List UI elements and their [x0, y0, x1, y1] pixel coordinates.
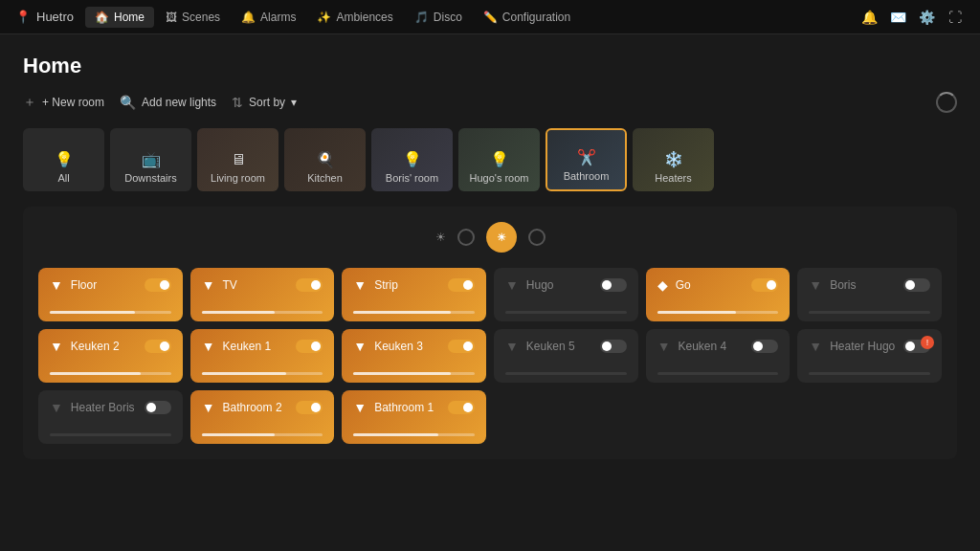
light-card-top: ▼Floor [50, 277, 171, 293]
nav-label: Disco [434, 11, 462, 24]
light-name: Floor [71, 278, 97, 292]
plus-icon: ＋ [23, 94, 36, 111]
brightness-low-icon: ☀ [435, 231, 446, 244]
light-card-top: ▼Keuken 2 [50, 339, 171, 354]
nav-item-disco[interactable]: 🎵Disco [405, 7, 472, 28]
refresh-button[interactable] [936, 92, 957, 113]
room-tab-label: Bathroom [564, 170, 610, 182]
light-card-keuken-5[interactable]: ▼Keuken 5 [494, 329, 638, 383]
brightness-fill [50, 311, 135, 314]
add-lights-button[interactable]: 🔍 Add new lights [120, 95, 216, 110]
light-bulb-icon: ▼ [505, 339, 519, 354]
room-tab-bathroom[interactable]: ✂️Bathroom [546, 128, 627, 191]
light-card-keuken-3[interactable]: ▼Keuken 3 [342, 329, 486, 383]
light-card-top: ▼Keuken 5 [505, 339, 627, 354]
light-bulb-icon: ◆ [657, 277, 668, 293]
nav-item-configuration[interactable]: ✏️Configuration [474, 7, 580, 28]
settings-icon[interactable]: ⚙️ [917, 8, 936, 27]
light-toggle[interactable] [448, 401, 475, 414]
light-toggle[interactable] [600, 340, 627, 353]
brand-label: Huetro [36, 10, 74, 24]
topbar-right: 🔔 ✉️ ⚙️ ⛶ [859, 8, 965, 27]
brightness-fill [657, 311, 736, 314]
topbar-left: 📍 Huetro 🏠Home🖼Scenes🔔Alarms✨Ambiences🎵D… [15, 7, 580, 28]
mail-icon[interactable]: ✉️ [888, 8, 907, 27]
notification-badge: ! [921, 336, 934, 349]
light-name: Go [676, 278, 691, 292]
brightness-bar [657, 372, 779, 375]
room-tab-icon: 🍳 [316, 150, 335, 168]
light-bulb-icon: ▼ [809, 277, 822, 293]
light-card-keuken-4[interactable]: ▼Keuken 4 [646, 329, 791, 383]
light-toggle[interactable] [903, 278, 930, 292]
brightness-on-button[interactable]: ☀ [486, 222, 517, 253]
toolbar-right [936, 92, 957, 113]
brightness-dim-button[interactable] [528, 229, 546, 246]
light-card-top: ▼Heater Hugo! [809, 339, 930, 354]
chevron-down-icon: ▾ [291, 96, 297, 109]
light-card-heater-boris[interactable]: ▼Heater Boris [38, 390, 183, 444]
light-bulb-icon: ▼ [505, 277, 519, 293]
light-bulb-icon: ▼ [353, 400, 367, 415]
light-name: Strip [374, 278, 398, 292]
light-card-keuken-2[interactable]: ▼Keuken 2 [38, 329, 183, 383]
light-toggle[interactable] [145, 340, 171, 353]
light-name: Keuken 1 [223, 340, 272, 353]
light-name: Bathroom 2 [223, 401, 282, 414]
room-tab-downstairs[interactable]: 📺Downstairs [110, 128, 191, 191]
light-bulb-icon: ▼ [353, 339, 367, 354]
toolbar: ＋ + New room 🔍 Add new lights ⇅ Sort by … [23, 92, 957, 113]
light-toggle[interactable] [145, 278, 171, 292]
light-toggle[interactable] [296, 401, 323, 414]
page-title: Home [23, 54, 957, 78]
brightness-off-button[interactable] [457, 229, 475, 246]
light-card-keuken-1[interactable]: ▼Keuken 1 [190, 329, 335, 383]
light-toggle[interactable] [296, 340, 323, 353]
light-toggle[interactable] [296, 278, 323, 292]
sort-button[interactable]: ⇅ Sort by ▾ [232, 95, 297, 110]
brightness-row: ☀ ☀ [38, 222, 942, 253]
nav-item-alarms[interactable]: 🔔Alarms [232, 7, 305, 28]
nav-item-home[interactable]: 🏠Home [85, 7, 154, 28]
notification-icon[interactable]: 🔔 [859, 8, 879, 27]
light-bulb-icon: ▼ [657, 339, 671, 354]
light-name: Hugo [526, 278, 554, 292]
new-room-button[interactable]: ＋ + New room [23, 94, 104, 111]
light-card-tv[interactable]: ▼TV [190, 268, 335, 321]
light-toggle[interactable] [448, 278, 475, 292]
light-card-top: ▼Boris [809, 277, 930, 293]
room-tab-boris--room[interactable]: 💡Boris' room [371, 128, 453, 191]
light-bulb-icon: ▼ [202, 277, 215, 293]
nav-icon: 🏠 [95, 11, 109, 24]
brightness-bar [505, 372, 627, 375]
light-bulb-icon: ▼ [50, 400, 63, 415]
nav-item-ambiences[interactable]: ✨Ambiences [307, 7, 402, 28]
brightness-bar [353, 433, 475, 436]
light-card-heater-hugo[interactable]: ▼Heater Hugo! [797, 329, 942, 383]
brightness-bar [50, 372, 171, 375]
light-card-strip[interactable]: ▼Strip [342, 268, 486, 321]
light-card-hugo[interactable]: ▼Hugo [494, 268, 638, 321]
light-card-bathroom-1[interactable]: ▼Bathroom 1 [342, 390, 486, 444]
room-tab-living-room[interactable]: 🖥Living room [197, 128, 278, 191]
main-content: Home ＋ + New room 🔍 Add new lights ⇅ Sor… [0, 34, 980, 474]
light-toggle[interactable] [600, 278, 627, 292]
nav-label: Configuration [502, 11, 570, 24]
brightness-bar [353, 311, 475, 314]
room-tab-heaters[interactable]: ❄️Heaters [633, 128, 714, 191]
room-tab-hugo-s-room[interactable]: 💡Hugo's room [458, 128, 540, 191]
light-card-floor[interactable]: ▼Floor [38, 268, 183, 321]
expand-icon[interactable]: ⛶ [946, 8, 965, 27]
light-toggle[interactable] [751, 278, 778, 292]
light-card-bathroom-2[interactable]: ▼Bathroom 2 [190, 390, 335, 444]
light-toggle[interactable] [751, 340, 778, 353]
nav-item-scenes[interactable]: 🖼Scenes [156, 7, 230, 28]
light-toggle[interactable] [448, 340, 475, 353]
brightness-bar [809, 311, 930, 314]
light-card-go[interactable]: ◆Go [646, 268, 791, 321]
light-card-boris[interactable]: ▼Boris [797, 268, 942, 321]
room-tab-kitchen[interactable]: 🍳Kitchen [284, 128, 366, 191]
nav-icon: 🖼 [166, 11, 177, 24]
room-tab-all[interactable]: 💡All [23, 128, 104, 191]
light-toggle[interactable] [145, 401, 171, 414]
